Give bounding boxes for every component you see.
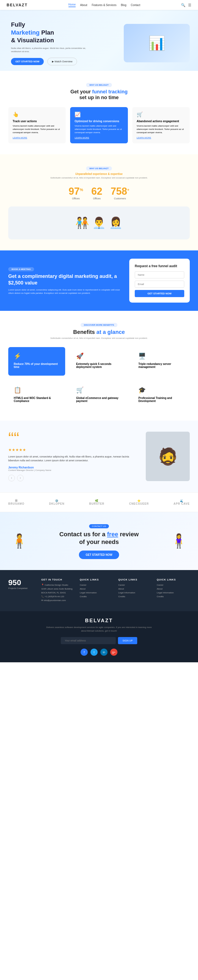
hero-illustration-icon: 📊 (148, 35, 165, 51)
testimonial-avatar: 🧔 (146, 432, 190, 481)
stat-2: 62 Offices (91, 186, 102, 200)
benefit-icon-1: ⚡ (14, 353, 60, 360)
expertise-tag: WHY US BELVAZT (8, 165, 190, 170)
nav-home[interactable]: Home (69, 3, 76, 7)
footer-link-legal-3[interactable]: Legal Information (157, 592, 190, 594)
client-logo-4: ⭐CNECSUEER (129, 499, 149, 505)
benefit-icon-5: 🛒 (76, 387, 122, 394)
googleplus-icon[interactable]: g+ (110, 649, 117, 656)
footer-address-line1: 3235 Lilburn area Suite Building (41, 588, 74, 590)
testimonial-role: Content Manager Director | Company Name (8, 469, 137, 471)
footer-contact-heading: GET IN TOUCH (41, 578, 74, 581)
footer-links-1-heading: QUICK LINKS (80, 578, 113, 581)
audit-title: Get a complimentary digital marketing au… (8, 273, 124, 286)
contact-center: CONTACT US Contact us for a free reviewo… (30, 523, 168, 559)
twitter-icon[interactable]: t (91, 649, 97, 656)
footer-stat: 950 Projects Completed (8, 578, 36, 603)
footer-stat-number: 950 (8, 578, 36, 587)
footer-link-career-3[interactable]: Career (157, 584, 190, 586)
team-illustration: 🧑‍🤝‍🧑 👨‍💼 👩‍💼 (8, 207, 190, 239)
footer-description: Delivers seamless software development s… (44, 626, 154, 633)
benefit-title-6: Professional Training and Development (138, 396, 184, 402)
testimonial-next-button[interactable]: › (17, 475, 24, 481)
nav-links: Home About Features & Services Blog Cont… (69, 3, 140, 7)
footer-search: SIGN UP (8, 637, 190, 644)
expertise-subtitle: Sollicitudin consectetur sit at, felis i… (8, 177, 190, 179)
nav-blog[interactable]: Blog (121, 3, 126, 6)
funnel-card-1: 👆 Track user actions Viverra laoreet mat… (8, 107, 66, 143)
benefit-icon-3: 🖥️ (138, 353, 184, 360)
footer-link-legal-2[interactable]: Legal Information (118, 592, 151, 594)
client-logo-2: ⚙️DKLOPEN (49, 499, 65, 505)
stat-2-number: 62 (91, 186, 102, 197)
footer-top: 950 Projects Completed GET IN TOUCH 📍 Ca… (0, 570, 198, 611)
benefit-card-5: 🛒 Global eCommerce and gateway payment (71, 381, 128, 410)
footer-logo: BELVAZT (8, 618, 190, 624)
footer-link-about-3[interactable]: About (157, 588, 190, 590)
navbar: BELVAZT Home About Features & Services B… (0, 0, 198, 10)
stat-3-number: 758+ (110, 186, 129, 197)
audit-submit-button[interactable]: GET STARTED NOW (135, 290, 184, 297)
expertise-section: WHY US BELVAZT Unparalleled experience &… (0, 154, 198, 250)
footer-links-2-heading: QUICK LINKS (118, 578, 151, 581)
client-logo-3: 🌿BURSTER (89, 499, 104, 505)
footer-link-about-1[interactable]: About (80, 588, 113, 590)
testimonial-prev-button[interactable]: ‹ (8, 475, 15, 481)
nav-about[interactable]: About (80, 3, 87, 6)
card-2-link[interactable]: LEARN MORE (75, 137, 123, 139)
footer-link-career-2[interactable]: Career (118, 584, 151, 586)
benefit-icon-6: 🎓 (138, 387, 184, 394)
footer-link-credits-3[interactable]: Credits (157, 595, 190, 598)
footer-link-credits-1[interactable]: Credits (80, 595, 113, 598)
contact-figure-left: 🧍 (8, 533, 30, 549)
card-2-title: Optimized for driving conversions (75, 120, 123, 123)
card-1-link[interactable]: LEARN MORE (13, 137, 61, 139)
benefit-card-4: 📋 HTML5 and W3C Standard & Compliance (8, 381, 65, 410)
card-3-text: Viverra laoreet mattis ullamcorper velit… (137, 124, 185, 134)
stat-3: 758+ Customers (110, 186, 129, 200)
nav-logo: BELVAZT (6, 3, 27, 7)
contact-cta-button[interactable]: GET STARTED NOW (79, 550, 119, 559)
client-logo-5: 🌊APR CAVE (174, 499, 190, 505)
benefit-title-1: Reduce 70% of your development time (14, 363, 60, 369)
footer-col-contact: GET IN TOUCH 📍 California Design Studio … (41, 578, 74, 603)
contact-title: Contact us for a free reviewof your need… (30, 530, 168, 546)
footer-address-icon: 📍 California Design Studio (41, 584, 74, 586)
footer-stat-label: Projects Completed (8, 587, 36, 590)
nav-icons: 🔍 ☰ (181, 3, 192, 7)
optimize-icon: 📈 (75, 111, 123, 118)
search-icon[interactable]: 🔍 (181, 3, 185, 7)
funnel-cards: 👆 Track user actions Viverra laoreet mat… (8, 107, 190, 143)
hero-cta-button[interactable]: GET STARTED NOW (11, 58, 44, 65)
benefit-card-2: 🚀 Extremely quick 5 seconds deployment s… (71, 347, 128, 375)
menu-icon[interactable]: ☰ (188, 3, 192, 7)
hero-watch-button[interactable]: ▶ Watch Overview (47, 58, 77, 65)
funnel-section: WHY US BELVAZT Get your funnel trackings… (0, 71, 198, 154)
contact-cta-section: 🧍 CONTACT US Contact us for a free revie… (0, 512, 198, 570)
facebook-icon[interactable]: f (81, 649, 88, 656)
footer-email-input[interactable] (61, 637, 116, 644)
linkedin-icon[interactable]: in (101, 649, 107, 656)
footer-signup-button[interactable]: SIGN UP (118, 637, 137, 644)
footer-link-legal-1[interactable]: Legal Information (80, 592, 113, 594)
footer-col-links-1: QUICK LINKS Career About Legal Informati… (80, 578, 113, 603)
card-3-link[interactable]: LEARN MORE (137, 137, 185, 139)
funnel-title: Get your funnel trackingset up in no tim… (8, 89, 190, 100)
hero-title: Fully Marketing Plan & Visualization (11, 21, 88, 45)
footer-col-links-2: QUICK LINKS Career About Legal Informati… (118, 578, 151, 603)
testimonial-stars: ★★★★★ (8, 447, 137, 452)
audit-name-input[interactable] (135, 271, 184, 278)
footer-link-career-1[interactable]: Career (80, 584, 113, 586)
audit-form-heading: Request a free funnel audit (135, 264, 184, 268)
footer-link-about-2[interactable]: About (118, 588, 151, 590)
benefit-icon-2: 🚀 (76, 353, 122, 360)
nav-contact[interactable]: Contact (131, 3, 140, 6)
nav-features[interactable]: Features & Services (91, 3, 117, 6)
audit-section: BOOK A MEETING Get a complimentary digit… (0, 250, 198, 311)
audit-email-input[interactable] (135, 281, 184, 288)
footer-email: ✉ info@yourdomian.com (41, 599, 74, 601)
footer-link-credits-2[interactable]: Credits (118, 595, 151, 598)
funnel-tag: WHY US BELVAZT (8, 82, 190, 87)
testimonial-left: ““ ★★★★★ Lorem ipsum dolor sit amet, con… (8, 432, 137, 481)
contact-tag: CONTACT US (89, 524, 109, 528)
